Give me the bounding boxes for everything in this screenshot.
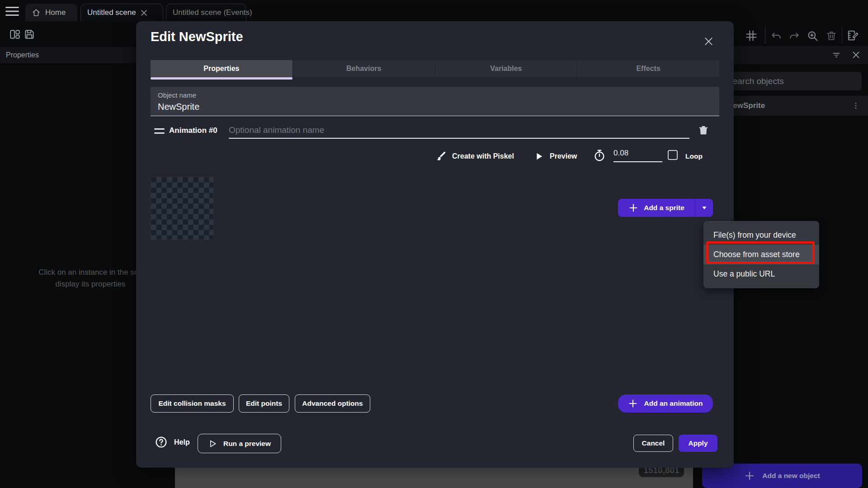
tab-events-label: Untitled scene (Events)	[173, 8, 252, 17]
menu-item-choose-from-asset-store[interactable]: Choose from asset store	[703, 245, 819, 264]
search-objects-input[interactable]	[720, 72, 862, 90]
app-root: Home Untitled scene Untitled scene (Even…	[0, 0, 868, 488]
object-name-field-label: Object name	[158, 91, 712, 99]
home-icon	[32, 8, 41, 17]
add-new-object-label: Add a new object	[762, 472, 820, 480]
time-between-frames	[593, 149, 606, 162]
dialog-tab-bar: Properties Behaviors Variables Effects	[151, 60, 719, 77]
menu-item-files-from-device[interactable]: File(s) from your device	[703, 225, 819, 245]
tab-home[interactable]: Home	[25, 4, 77, 21]
undo-button[interactable]	[770, 30, 782, 42]
edit-collision-masks-button[interactable]: Edit collision masks	[151, 394, 234, 413]
trash-icon	[698, 124, 709, 136]
tab-properties[interactable]: Properties	[151, 60, 292, 77]
save-icon	[24, 28, 35, 40]
close-tab-icon[interactable]	[141, 9, 147, 16]
plus-icon	[628, 399, 638, 408]
zoom-button[interactable]	[807, 30, 819, 42]
tab-variables[interactable]: Variables	[435, 60, 577, 77]
main-menu-button[interactable]	[5, 6, 19, 16]
menu-item-use-public-url[interactable]: Use a public URL	[703, 264, 819, 284]
animation-drag-handle[interactable]	[154, 128, 165, 134]
object-name-field-value: NewSprite	[158, 102, 712, 112]
delete-animation-button[interactable]	[698, 124, 709, 136]
add-sprite-label: Add a sprite	[644, 204, 684, 212]
edit-object-dialog: Edit NewSprite Properties Behaviors Vari…	[136, 21, 734, 468]
edit-points-button[interactable]: Edit points	[239, 394, 289, 413]
filter-objects-button[interactable]	[832, 51, 841, 60]
apply-button[interactable]: Apply	[679, 435, 717, 452]
undo-icon	[770, 30, 782, 42]
create-with-piskel-button[interactable]: Create with Piskel	[434, 149, 514, 164]
time-between-frames-input[interactable]	[613, 148, 662, 162]
cancel-button[interactable]: Cancel	[633, 435, 673, 452]
play-icon	[534, 151, 544, 161]
loop-label: Loop	[685, 152, 703, 160]
toggle-panels-button[interactable]	[9, 28, 21, 40]
save-button[interactable]	[24, 28, 35, 40]
dialog-close-button[interactable]	[703, 36, 714, 47]
tab-behaviors[interactable]: Behaviors	[292, 60, 435, 77]
project-notes-button[interactable]	[846, 29, 859, 42]
dialog-title: Edit NewSprite	[151, 29, 243, 44]
add-sprite-split-button: Add a sprite	[618, 199, 713, 217]
tab-effects[interactable]: Effects	[577, 60, 719, 77]
chevron-down-icon	[701, 204, 708, 211]
plus-icon	[628, 203, 638, 213]
add-sprite-context-menu: File(s) from your device Choose from ass…	[703, 221, 819, 288]
add-sprite-button[interactable]: Add a sprite	[618, 203, 695, 213]
layout-columns-icon	[9, 28, 21, 40]
notebook-edit-icon	[846, 29, 859, 42]
run-preview-button[interactable]: Run a preview	[198, 434, 281, 453]
create-with-piskel-label: Create with Piskel	[452, 152, 514, 160]
help-button[interactable]: Help	[155, 436, 190, 449]
left-panel-title: Properties	[6, 51, 39, 59]
redo-button[interactable]	[788, 30, 800, 42]
preview-label: Preview	[550, 152, 577, 160]
loop-checkbox[interactable]	[668, 150, 678, 160]
tab-untitled-scene[interactable]: Untitled scene	[80, 4, 163, 21]
stopwatch-icon	[593, 149, 606, 162]
selected-tab-underline	[151, 77, 292, 80]
advanced-options-button[interactable]: Advanced options	[295, 394, 370, 413]
help-label: Help	[174, 438, 190, 446]
animation-name-input[interactable]	[229, 124, 689, 139]
zoom-in-icon	[807, 30, 819, 42]
hamburger-icon	[5, 6, 19, 16]
left-panel-header: Properties	[0, 47, 138, 63]
scene-canvas[interactable]	[175, 468, 693, 488]
tab-home-label: Home	[45, 8, 66, 17]
close-icon	[851, 50, 861, 60]
grid-icon	[745, 29, 758, 42]
tab-untitled-scene-events[interactable]: Untitled scene (Events)	[166, 4, 246, 21]
toolbar-divider	[765, 26, 765, 44]
tab-scene-label: Untitled scene	[87, 8, 136, 17]
close-panel-button[interactable]	[851, 50, 861, 60]
toolbar-divider	[842, 26, 842, 44]
filter-icon	[832, 51, 841, 60]
add-sprite-dropdown-button[interactable]	[695, 204, 713, 211]
plus-icon	[744, 470, 755, 481]
add-animation-button[interactable]: Add an animation	[618, 394, 713, 413]
grid-button[interactable]	[745, 29, 758, 42]
sprite-thumbnail-placeholder[interactable]	[151, 177, 214, 240]
close-icon	[703, 36, 714, 47]
animation-label: Animation #0	[169, 126, 217, 135]
play-outline-icon	[208, 439, 217, 448]
redo-icon	[788, 30, 800, 42]
brush-icon	[434, 150, 447, 163]
preview-animation-button[interactable]: Preview	[534, 149, 577, 164]
trash-icon	[826, 30, 837, 42]
help-circle-icon	[155, 436, 168, 449]
object-name-field[interactable]: Object name NewSprite	[151, 87, 719, 116]
kebab-menu-icon[interactable]	[852, 102, 860, 110]
delete-button[interactable]	[826, 30, 837, 42]
